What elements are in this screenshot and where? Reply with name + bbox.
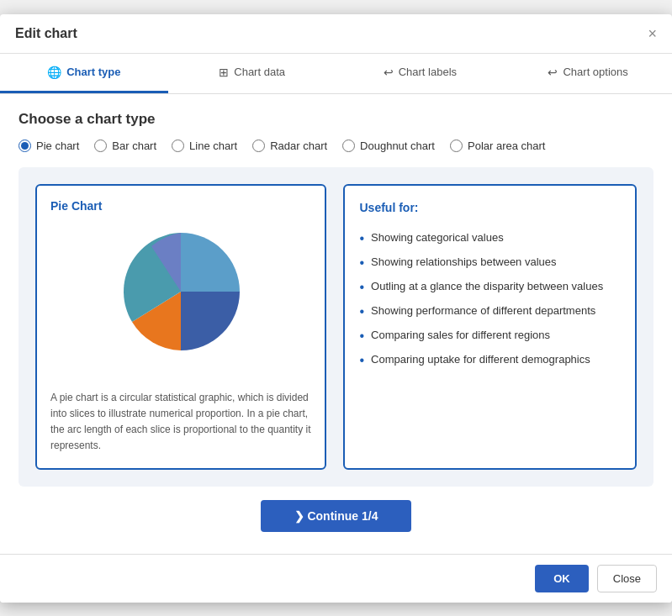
useful-item-5: Comparing uptake for different demograph…	[371, 352, 590, 368]
dialog-header: Edit chart ×	[0, 14, 672, 54]
radio-radar-input[interactable]	[252, 140, 265, 152]
list-item: •Outling at a glance the disparity betwe…	[360, 275, 621, 299]
bullet-icon: •	[360, 279, 365, 295]
edit-chart-dialog: Edit chart × 🌐 Chart type ⊞ Chart data ↩…	[0, 14, 672, 603]
tab-chart-data[interactable]: ⊞ Chart data	[168, 54, 336, 93]
useful-item-2: Outling at a glance the disparity betwee…	[371, 279, 603, 295]
pie-chart-card-title: Pie Chart	[50, 199, 311, 213]
bullet-icon: •	[360, 352, 365, 368]
radio-doughnut-label: Doughnut chart	[360, 140, 435, 152]
useful-for-list: •Showing categorical values •Showing rel…	[360, 226, 621, 373]
radio-bar-chart[interactable]: Bar chart	[94, 140, 156, 152]
radio-radar-chart[interactable]: Radar chart	[252, 140, 327, 152]
tab-chart-labels[interactable]: ↩ Chart labels	[336, 54, 505, 93]
continue-button[interactable]: ❯ Continue 1/4	[261, 500, 412, 532]
chart-options-icon: ↩	[548, 66, 558, 79]
list-item: •Comparing sales for different regions	[360, 324, 621, 348]
tab-chart-options[interactable]: ↩ Chart options	[504, 54, 672, 93]
tab-chart-labels-label: Chart labels	[399, 66, 457, 78]
tab-chart-type[interactable]: 🌐 Chart type	[0, 54, 168, 93]
useful-item-4: Comparing sales for different regions	[371, 328, 550, 344]
radio-polar-label: Polar area chart	[468, 140, 546, 152]
chart-type-icon: 🌐	[47, 66, 61, 79]
radio-pie-input[interactable]	[19, 140, 31, 152]
useful-for-title: Useful for:	[360, 201, 621, 214]
bullet-icon: •	[360, 230, 365, 246]
list-item: •Showing relationships between values	[360, 250, 621, 275]
tab-bar: 🌐 Chart type ⊞ Chart data ↩ Chart labels…	[0, 54, 672, 94]
useful-item-3: Showing performance of different departm…	[371, 303, 595, 319]
tab-chart-data-label: Chart data	[234, 66, 285, 78]
dialog-close-x-button[interactable]: ×	[648, 26, 657, 41]
radio-polar-chart[interactable]: Polar area chart	[450, 140, 546, 152]
pie-chart-description: A pie chart is a circular statistical gr…	[50, 390, 311, 455]
chart-labels-icon: ↩	[384, 66, 394, 79]
pie-chart-card: Pie Chart A pie chart is a circular stat…	[35, 184, 326, 470]
radio-polar-input[interactable]	[450, 140, 463, 152]
useful-for-card: Useful for: •Showing categorical values …	[343, 184, 638, 470]
chart-type-radio-group: Pie chart Bar chart Line chart Radar cha…	[19, 140, 653, 152]
close-button[interactable]: Close	[597, 565, 657, 592]
list-item: •Showing performance of different depart…	[360, 299, 621, 324]
list-item: •Comparing uptake for different demograp…	[360, 348, 621, 372]
tab-chart-options-label: Chart options	[563, 66, 627, 78]
continue-area: ❯ Continue 1/4	[19, 487, 653, 537]
pie-chart-visual	[114, 224, 248, 359]
radio-doughnut-chart[interactable]: Doughnut chart	[342, 140, 435, 152]
radio-bar-label: Bar chart	[112, 140, 156, 152]
useful-item-0: Showing categorical values	[371, 230, 504, 246]
dialog-footer: OK Close	[0, 554, 672, 603]
tab-chart-type-label: Chart type	[66, 66, 120, 78]
radio-line-input[interactable]	[172, 140, 184, 152]
radio-doughnut-input[interactable]	[342, 140, 355, 152]
radio-pie-chart[interactable]: Pie chart	[19, 140, 79, 152]
list-item: •Showing categorical values	[360, 226, 621, 250]
chart-data-icon: ⊞	[219, 66, 229, 79]
radio-pie-label: Pie chart	[36, 140, 79, 152]
useful-item-1: Showing relationships between values	[371, 255, 556, 271]
section-title: Choose a chart type	[19, 111, 653, 128]
bullet-icon: •	[360, 303, 365, 319]
bullet-icon: •	[360, 255, 365, 271]
radio-bar-input[interactable]	[94, 140, 107, 152]
ok-button[interactable]: OK	[535, 565, 589, 592]
content-area: Choose a chart type Pie chart Bar chart …	[0, 94, 672, 554]
bullet-icon: •	[360, 328, 365, 344]
dialog-title: Edit chart	[15, 26, 77, 41]
radio-radar-label: Radar chart	[270, 140, 327, 152]
cards-area: Pie Chart A pie chart is a circular stat…	[19, 167, 653, 487]
radio-line-chart[interactable]: Line chart	[172, 140, 237, 152]
radio-line-label: Line chart	[189, 140, 237, 152]
